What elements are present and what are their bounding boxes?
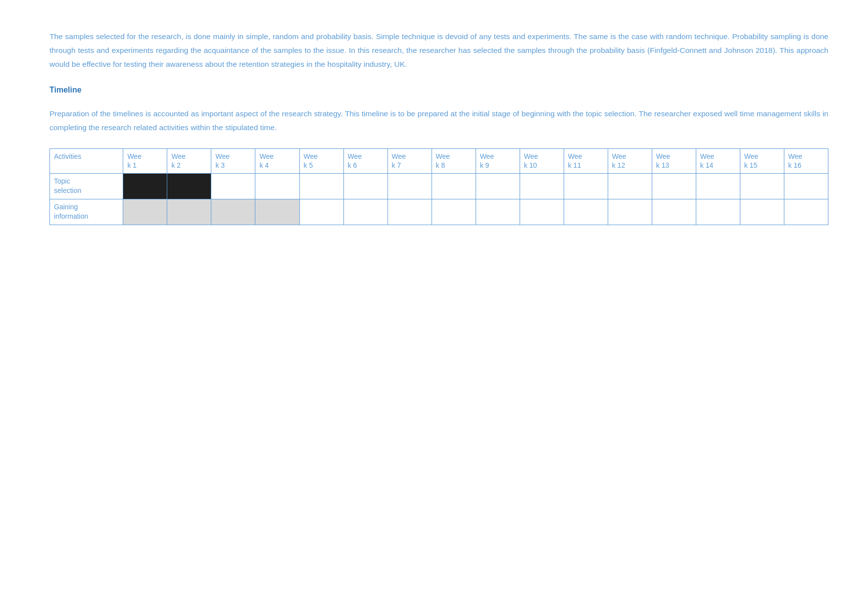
week-header-10: Week 10 [520, 149, 564, 173]
cell-gaining-w11 [564, 199, 608, 225]
week-header-6: Week 6 [343, 149, 387, 173]
week-header-4: Week 4 [255, 149, 299, 173]
cell-topic-w10 [520, 173, 564, 199]
cell-gaining-w2 [167, 199, 211, 225]
cell-topic-w6 [343, 173, 387, 199]
cell-topic-w4 [255, 173, 299, 199]
cell-gaining-w13 [652, 199, 696, 225]
activities-header: Activities [50, 149, 123, 173]
week-header-1: Week 1 [123, 149, 167, 173]
cell-gaining-w10 [520, 199, 564, 225]
cell-gaining-w4 [255, 199, 299, 225]
week-header-8: Week 8 [432, 149, 476, 173]
cell-gaining-w16 [784, 199, 828, 225]
week-header-9: Week 9 [476, 149, 520, 173]
table-header-row: Activities Week 1 Week 2 Week 3 Week 4 W… [50, 149, 828, 173]
timeline-table-container: Activities Week 1 Week 2 Week 3 Week 4 W… [49, 148, 828, 225]
cell-topic-w1 [123, 173, 167, 199]
cell-gaining-w15 [740, 199, 784, 225]
cell-topic-w5 [299, 173, 343, 199]
cell-topic-w3 [211, 173, 255, 199]
week-header-13: Week 13 [652, 149, 696, 173]
cell-gaining-w6 [343, 199, 387, 225]
timeline-paragraph: Preparation of the timelines is accounte… [49, 107, 828, 135]
intro-paragraph: The samples selected for the research, i… [49, 30, 828, 71]
cell-topic-w8 [432, 173, 476, 199]
cell-gaining-w7 [387, 199, 432, 225]
cell-topic-w16 [784, 173, 828, 199]
cell-gaining-w14 [696, 199, 740, 225]
activity-gaining-information: Gaininginformation [50, 199, 123, 225]
activity-topic-selection: Topicselection [50, 173, 123, 199]
cell-topic-w13 [652, 173, 696, 199]
cell-topic-w15 [740, 173, 784, 199]
cell-gaining-w8 [432, 199, 476, 225]
cell-topic-w12 [608, 173, 652, 199]
week-header-3: Week 3 [211, 149, 255, 173]
week-header-5: Week 5 [299, 149, 343, 173]
week-header-15: Week 15 [740, 149, 784, 173]
cell-gaining-w12 [608, 199, 652, 225]
timeline-heading: Timeline [49, 83, 828, 97]
timeline-table: Activities Week 1 Week 2 Week 3 Week 4 W… [49, 148, 828, 225]
cell-topic-w14 [696, 173, 740, 199]
cell-topic-w11 [564, 173, 608, 199]
week-header-12: Week 12 [608, 149, 652, 173]
cell-topic-w7 [387, 173, 432, 199]
cell-topic-w2 [167, 173, 211, 199]
week-header-16: Week 16 [784, 149, 828, 173]
table-row: Topicselection [50, 173, 828, 199]
cell-gaining-w5 [299, 199, 343, 225]
cell-gaining-w9 [476, 199, 520, 225]
week-header-2: Week 2 [167, 149, 211, 173]
table-row: Gaininginformation [50, 199, 828, 225]
cell-gaining-w1 [123, 199, 167, 225]
week-header-14: Week 14 [696, 149, 740, 173]
cell-topic-w9 [476, 173, 520, 199]
week-header-11: Week 11 [564, 149, 608, 173]
week-header-7: Week 7 [387, 149, 432, 173]
cell-gaining-w3 [211, 199, 255, 225]
